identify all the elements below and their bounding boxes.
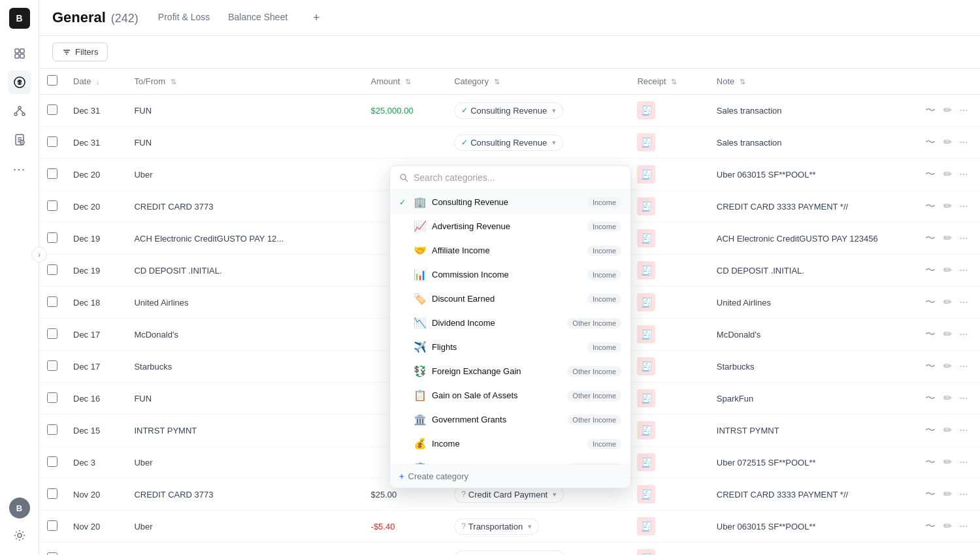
row-edit-icon[interactable]: ✏ xyxy=(941,295,955,309)
row-activity-icon[interactable]: 〜 xyxy=(923,487,938,501)
row-more-icon[interactable]: ··· xyxy=(956,295,970,309)
receipt-button[interactable]: 🧾 xyxy=(637,485,655,503)
category-search-input[interactable] xyxy=(414,172,621,183)
row-more-icon[interactable]: ··· xyxy=(956,103,970,117)
tofrom-sort-icon[interactable]: ⇅ xyxy=(171,78,176,86)
dropdown-item-dividend-income[interactable]: 📉 Dividend Income Other Income xyxy=(390,311,630,335)
row-activity-icon[interactable]: 〜 xyxy=(923,135,938,149)
row-checkbox[interactable] xyxy=(47,456,57,467)
receipt-sort-icon[interactable]: ⇅ xyxy=(671,78,677,86)
select-all-checkbox[interactable] xyxy=(47,75,57,86)
avatar[interactable]: B xyxy=(9,498,30,518)
row-edit-icon[interactable]: ✏ xyxy=(941,487,955,501)
dropdown-item-affiliate-income[interactable]: 🤝 Affiliate Income Income xyxy=(390,238,630,262)
note-sort-icon[interactable]: ⇅ xyxy=(740,78,745,86)
row-activity-icon[interactable]: 〜 xyxy=(923,199,938,213)
row-edit-icon[interactable]: ✏ xyxy=(941,455,955,469)
dropdown-item-government-grants[interactable]: 🏛️ Government Grants Other Income xyxy=(390,407,630,432)
receipt-button[interactable]: 🧾 xyxy=(637,133,655,151)
row-activity-icon[interactable]: 〜 xyxy=(923,167,938,181)
row-activity-icon[interactable]: 〜 xyxy=(923,551,938,556)
row-more-icon[interactable]: ··· xyxy=(956,423,970,437)
row-edit-icon[interactable]: ✏ xyxy=(941,391,955,405)
receipt-button[interactable]: 🧾 xyxy=(637,261,655,279)
dropdown-item-flights[interactable]: ✈️ Flights Income xyxy=(390,335,630,359)
row-edit-icon[interactable]: ✏ xyxy=(941,359,955,373)
row-checkbox[interactable] xyxy=(47,360,57,371)
row-more-icon[interactable]: ··· xyxy=(956,199,970,213)
row-activity-icon[interactable]: 〜 xyxy=(923,231,938,245)
row-checkbox[interactable] xyxy=(47,296,57,307)
row-edit-icon[interactable]: ✏ xyxy=(941,551,955,556)
row-checkbox[interactable] xyxy=(47,168,57,179)
row-checkbox[interactable] xyxy=(47,392,57,403)
row-edit-icon[interactable]: ✏ xyxy=(941,167,955,181)
row-activity-icon[interactable]: 〜 xyxy=(923,423,938,437)
row-edit-icon[interactable]: ✏ xyxy=(941,231,955,245)
row-more-icon[interactable]: ··· xyxy=(956,519,970,533)
row-edit-icon[interactable]: ✏ xyxy=(941,327,955,341)
receipt-button[interactable]: 🧾 xyxy=(637,101,655,119)
row-activity-icon[interactable]: 〜 xyxy=(923,103,938,117)
row-more-icon[interactable]: ··· xyxy=(956,167,970,181)
add-tab-button[interactable]: + xyxy=(307,8,325,27)
amount-sort-icon[interactable]: ⇅ xyxy=(405,78,411,86)
row-checkbox[interactable] xyxy=(47,104,57,115)
row-more-icon[interactable]: ··· xyxy=(956,455,970,469)
sidebar-icon-dollar[interactable] xyxy=(8,71,31,94)
row-activity-icon[interactable]: 〜 xyxy=(923,391,938,405)
row-activity-icon[interactable]: 〜 xyxy=(923,327,938,341)
create-category-button[interactable]: + Create category xyxy=(390,464,630,488)
receipt-button[interactable]: 🧾 xyxy=(637,229,655,247)
row-checkbox[interactable] xyxy=(47,264,57,275)
receipt-button[interactable]: 🧾 xyxy=(637,517,655,535)
row-edit-icon[interactable]: ✏ xyxy=(941,199,955,213)
row-activity-icon[interactable]: 〜 xyxy=(923,263,938,277)
category-pill[interactable]: ? General Merchandise ▾ xyxy=(454,550,566,556)
row-more-icon[interactable]: ··· xyxy=(956,391,970,405)
row-edit-icon[interactable]: ✏ xyxy=(941,519,955,533)
row-edit-icon[interactable]: ✏ xyxy=(941,263,955,277)
sidebar-icon-settings[interactable] xyxy=(8,524,31,547)
row-more-icon[interactable]: ··· xyxy=(956,327,970,341)
row-more-icon[interactable]: ··· xyxy=(956,487,970,501)
row-edit-icon[interactable]: ✏ xyxy=(941,135,955,149)
receipt-button[interactable]: 🧾 xyxy=(637,453,655,471)
row-more-icon[interactable]: ··· xyxy=(956,263,970,277)
row-checkbox[interactable] xyxy=(47,200,57,211)
row-more-icon[interactable]: ··· xyxy=(956,231,970,245)
receipt-button[interactable]: 🧾 xyxy=(637,357,655,375)
category-pill[interactable]: ✓ Consulting Revenue ▾ xyxy=(454,135,563,151)
category-sort-icon[interactable]: ⇅ xyxy=(494,78,500,86)
row-activity-icon[interactable]: 〜 xyxy=(923,455,938,469)
category-pill[interactable]: ? Credit Card Payment ▾ xyxy=(454,486,564,503)
dropdown-item-advertising-revenue[interactable]: 📈 Advertising Revenue Income xyxy=(390,214,630,238)
row-checkbox[interactable] xyxy=(47,520,57,531)
dropdown-item-discount-earned[interactable]: 🏷️ Discount Earned Income xyxy=(390,287,630,311)
tab-balance-sheet[interactable]: Balance Sheet xyxy=(219,8,297,27)
sidebar-icon-network[interactable] xyxy=(8,99,31,123)
row-activity-icon[interactable]: 〜 xyxy=(923,519,938,533)
receipt-button[interactable]: 🧾 xyxy=(637,421,655,439)
receipt-button[interactable]: 🧾 xyxy=(637,197,655,215)
dropdown-item-foreign-exchange-gain[interactable]: 💱 Foreign Exchange Gain Other Income xyxy=(390,359,630,383)
receipt-button[interactable]: 🧾 xyxy=(637,325,655,343)
tab-profit-loss[interactable]: Profit & Loss xyxy=(149,8,219,27)
sidebar-icon-document[interactable] xyxy=(8,128,31,151)
row-more-icon[interactable]: ··· xyxy=(956,359,970,373)
dropdown-item-insurance-proceeds[interactable]: 🛡️ Insurance Proceeds Other Income xyxy=(390,456,630,464)
row-checkbox[interactable] xyxy=(47,488,57,499)
dropdown-item-gain-on-sale[interactable]: 📋 Gain on Sale of Assets Other Income xyxy=(390,383,630,407)
receipt-button[interactable]: 🧾 xyxy=(637,165,655,183)
sidebar-collapse-button[interactable]: › xyxy=(31,247,47,262)
row-more-icon[interactable]: ··· xyxy=(956,551,970,556)
row-activity-icon[interactable]: 〜 xyxy=(923,359,938,373)
sidebar-icon-grid[interactable] xyxy=(8,42,31,65)
receipt-button[interactable]: 🧾 xyxy=(637,389,655,407)
receipt-button[interactable]: 🧾 xyxy=(637,549,655,555)
row-edit-icon[interactable]: ✏ xyxy=(941,103,955,117)
row-checkbox[interactable] xyxy=(47,424,57,435)
receipt-button[interactable]: 🧾 xyxy=(637,293,655,311)
row-checkbox[interactable] xyxy=(47,232,57,243)
dropdown-item-commission-income[interactable]: 📊 Commission Income Income xyxy=(390,262,630,287)
